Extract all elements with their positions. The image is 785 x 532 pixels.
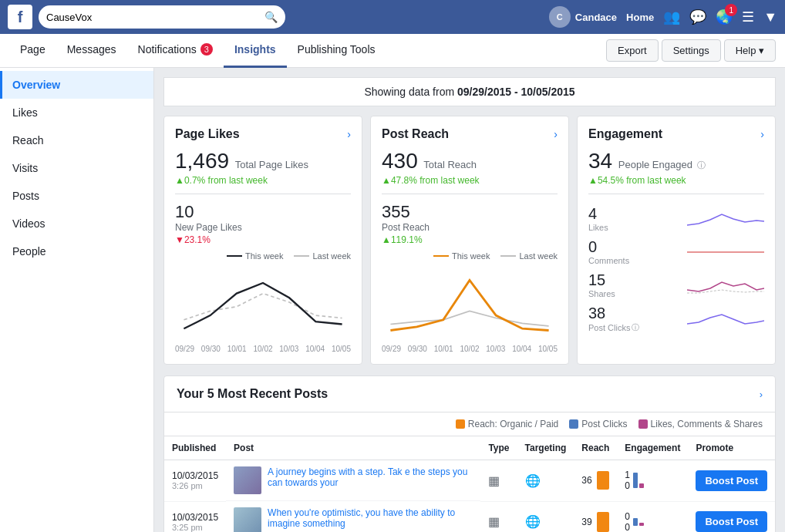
page-likes-title: Page Likes: [175, 127, 240, 141]
eng-shares-num: 15: [588, 271, 615, 289]
row2-reach: 39: [574, 501, 617, 532]
eng-comments-num: 0: [588, 238, 629, 256]
user-name: Candace: [575, 12, 617, 23]
reach-bar-2: [597, 512, 609, 532]
col-engagement: Engagement: [617, 436, 688, 460]
col-type: Type: [480, 436, 517, 460]
table-row: 10/03/2015 3:26 pm A journey begins with…: [164, 460, 775, 502]
new-page-likes-label: New Page Likes: [175, 222, 351, 233]
boost-post-button-1[interactable]: Boost Post: [696, 470, 767, 491]
sidebar-item-overview[interactable]: Overview: [0, 71, 153, 99]
row1-date: 10/03/2015 3:26 pm: [164, 460, 226, 502]
recent-posts-title: Your 5 Most Recent Posts: [177, 387, 328, 401]
home-link[interactable]: Home: [626, 12, 654, 23]
reach-bar-1: [597, 471, 609, 490]
row2-date: 10/03/2015 3:25 pm: [164, 501, 226, 532]
boost-post-button-2[interactable]: Boost Post: [696, 511, 767, 532]
tab-page[interactable]: Page: [9, 34, 56, 68]
legend-likes-comments: Likes, Comments & Shares: [638, 419, 763, 429]
legend-reach-swatch: [456, 419, 465, 429]
col-promote: Promote: [688, 436, 775, 460]
legend-likes-comments-swatch: [638, 419, 648, 429]
nav-user: C Candace: [549, 6, 617, 28]
page-likes-svg: [175, 264, 351, 341]
row2-post: When you're optimistic, you have the abi…: [226, 501, 480, 532]
sidebar-item-videos[interactable]: Videos: [0, 210, 153, 237]
top-nav: f 🔍 C Candace Home 👥 💬 🌏 1 ☰ ▼: [0, 0, 785, 34]
avatar: C: [549, 6, 571, 28]
people-engaged-num: 34: [588, 149, 612, 173]
row1-targeting: 🌐: [517, 460, 574, 502]
tab-right-actions: Export Settings Help ▾: [606, 39, 776, 62]
sidebar-item-reach[interactable]: Reach: [0, 126, 153, 154]
page-likes-change-down: ▼23.1%: [175, 234, 351, 245]
post-reach-arrow[interactable]: ›: [554, 128, 558, 140]
tab-insights[interactable]: Insights: [224, 34, 287, 68]
tab-publishing-tools[interactable]: Publishing Tools: [287, 34, 386, 68]
notifications-icon[interactable]: 🌏 1: [716, 8, 733, 25]
row2-engagement: 0 0: [617, 501, 688, 532]
eng-bar-likes-1: [639, 483, 644, 488]
sidebar-item-posts[interactable]: Posts: [0, 182, 153, 210]
date-range: 09/29/2015 - 10/05/2015: [457, 86, 575, 98]
search-bar[interactable]: 🔍: [39, 5, 285, 29]
recent-posts-arrow[interactable]: ›: [760, 389, 763, 400]
export-button[interactable]: Export: [606, 39, 659, 62]
row2-type: ▦: [480, 501, 517, 532]
eng-postclicks-spark: [687, 308, 764, 330]
engagement-card: Engagement › 34 People Engaged ⓘ ▲54.5% …: [577, 116, 776, 365]
row1-thumb: [234, 466, 261, 494]
people-engaged-label: People Engaged: [618, 159, 692, 170]
page-likes-arrow[interactable]: ›: [347, 128, 351, 140]
new-page-likes-num: 10: [175, 202, 351, 222]
engagement-arrow[interactable]: ›: [760, 128, 764, 140]
sidebar-item-people[interactable]: People: [0, 237, 153, 265]
page-tabs: Page Messages Notifications 3 Insights P…: [0, 34, 785, 68]
total-page-likes-label: Total Page Likes: [235, 159, 308, 170]
info-icon: ⓘ: [697, 160, 706, 170]
globe-icon: 🌐: [525, 474, 541, 487]
row2-thumb: [234, 507, 261, 532]
notification-badge: 1: [725, 4, 737, 16]
post-reach-card: Post Reach › 430 Total Reach ▲47.8% from…: [370, 116, 569, 365]
eng-comments-row: 0 Comments: [588, 235, 764, 268]
dropdown-icon[interactable]: ▼: [763, 9, 777, 25]
type-icon: ▦: [488, 474, 500, 487]
row1-post: A journey begins with a step. Tak e the …: [226, 460, 480, 501]
row1-post-text[interactable]: A journey begins with a step. Tak e the …: [268, 466, 473, 488]
row2-post-text[interactable]: When you're optimistic, you have the abi…: [268, 507, 473, 529]
sidebar-item-likes[interactable]: Likes: [0, 99, 153, 126]
total-reach-num: 430: [382, 149, 418, 173]
sidebar-item-visits[interactable]: Visits: [0, 154, 153, 182]
messages-icon[interactable]: 💬: [689, 8, 706, 25]
eng-postclicks-row: 38 Post Clicks ⓘ: [588, 301, 764, 336]
nav-right: C Candace Home 👥 💬 🌏 1 ☰ ▼: [549, 6, 777, 28]
friends-icon[interactable]: 👥: [663, 8, 680, 25]
post-reach-svg: [382, 264, 558, 341]
page-likes-chart: This week Last week 09/29 09/30 10/01 10…: [175, 251, 351, 353]
type-icon-2: ▦: [488, 515, 500, 528]
help-button[interactable]: Help ▾: [724, 39, 776, 62]
post-reach-title: Post Reach: [382, 127, 449, 141]
search-input[interactable]: [46, 12, 260, 23]
row2-targeting: 🌐: [517, 501, 574, 532]
tab-messages[interactable]: Messages: [56, 34, 127, 68]
eng-shares-label: Shares: [588, 289, 615, 298]
col-reach: Reach: [574, 436, 617, 460]
eng-comments-label: Comments: [588, 256, 629, 265]
settings-button[interactable]: Settings: [662, 39, 721, 62]
eng-shares-row: 15 Shares: [588, 268, 764, 301]
tab-notifications[interactable]: Notifications 3: [127, 34, 224, 68]
eng-likes-spark: [687, 208, 764, 230]
eng-postclicks-label: Post Clicks: [588, 323, 630, 332]
eng-likes-row: 4 Likes: [588, 202, 764, 235]
total-reach-label: Total Reach: [423, 159, 477, 170]
recent-posts-section: Your 5 Most Recent Posts › Reach: Organi…: [163, 375, 776, 532]
row1-type: ▦: [480, 460, 517, 502]
table-row: 10/03/2015 3:25 pm When you're optimisti…: [164, 501, 775, 532]
page-likes-card: Page Likes › 1,469 Total Page Likes ▲0.7…: [163, 116, 362, 365]
post-reach-label: Post Reach: [382, 222, 558, 233]
post-reach-num: 355: [382, 202, 558, 222]
settings-icon[interactable]: ☰: [742, 8, 754, 25]
cards-row: Page Likes › 1,469 Total Page Likes ▲0.7…: [163, 116, 776, 365]
